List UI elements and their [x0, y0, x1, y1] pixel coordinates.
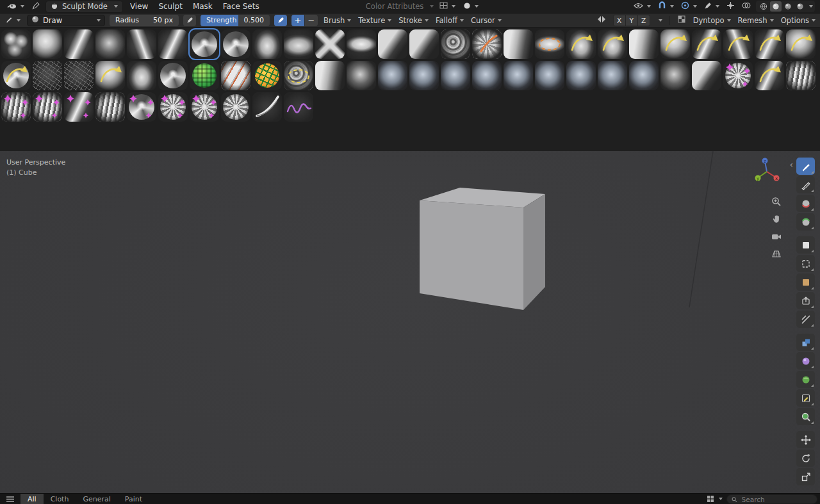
- rotate-tool[interactable]: [796, 450, 815, 467]
- brush-thumbnail[interactable]: [284, 61, 313, 90]
- brush-thumbnail[interactable]: [127, 92, 156, 122]
- brush-thumbnail[interactable]: [127, 29, 156, 59]
- brush-thumbnail[interactable]: [95, 92, 125, 122]
- snapping-button[interactable]: [656, 1, 676, 12]
- selectability-button[interactable]: [632, 1, 653, 12]
- viewport-3d[interactable]: User Perspective (1) Cube z y x ‹: [0, 151, 820, 493]
- brush-thumbnail[interactable]: [64, 29, 94, 59]
- face-set-sphere-tool[interactable]: [796, 213, 815, 231]
- shading-wireframe-button[interactable]: [758, 1, 769, 12]
- brush-thumbnail[interactable]: [409, 61, 439, 90]
- strength-slider[interactable]: Strength 0.500: [201, 15, 270, 26]
- brush-type-dropdown[interactable]: Draw: [27, 15, 105, 26]
- secondary-brush-tool[interactable]: [796, 176, 815, 193]
- brush-thumbnail[interactable]: [723, 61, 753, 90]
- catalog-tab-cloth[interactable]: Cloth: [44, 494, 76, 504]
- line-project-tool[interactable]: [796, 311, 815, 328]
- brush-thumbnail[interactable]: [95, 61, 125, 90]
- mask-edit-tool[interactable]: [796, 389, 815, 407]
- falloff-panel-dropdown[interactable]: Falloff: [436, 16, 464, 25]
- remesh-dropdown[interactable]: Remesh: [738, 16, 774, 25]
- falloff-shape-button[interactable]: [676, 15, 687, 26]
- brush-thumbnail[interactable]: [566, 61, 596, 90]
- camera-view-button[interactable]: [771, 231, 782, 242]
- brush-thumbnail[interactable]: [755, 29, 784, 59]
- brush-thumbnail[interactable]: [315, 61, 345, 90]
- brush-thumbnail[interactable]: [378, 29, 407, 59]
- box-face-set-tool[interactable]: [796, 273, 815, 291]
- show-gizmo-button[interactable]: [725, 1, 737, 12]
- mask-sphere-tool[interactable]: [796, 195, 815, 212]
- brush-thumbnail[interactable]: [347, 61, 376, 90]
- brush-thumbnail[interactable]: [158, 92, 188, 122]
- brush-thumbnail[interactable]: [786, 29, 816, 59]
- cloth-filter-tool[interactable]: [796, 352, 815, 370]
- stroke-panel-dropdown[interactable]: Stroke: [398, 16, 429, 25]
- brush-thumbnail[interactable]: [472, 61, 502, 90]
- mesh-filter-tool[interactable]: [796, 334, 815, 351]
- symmetry-z-button[interactable]: Z: [637, 15, 650, 26]
- brush-thumbnail[interactable]: [598, 61, 627, 90]
- brush-thumbnail[interactable]: [95, 29, 125, 59]
- radius-pressure-button[interactable]: [183, 15, 196, 26]
- brush-thumbnail[interactable]: [284, 92, 313, 122]
- display-mode-button[interactable]: [703, 494, 726, 504]
- brush-thumbnail[interactable]: [64, 92, 94, 122]
- brush-thumbnail[interactable]: [221, 92, 250, 122]
- annotate-pen-button[interactable]: [702, 1, 721, 12]
- brush-thumbnail[interactable]: [660, 29, 690, 59]
- brush-thumbnail[interactable]: [504, 61, 533, 90]
- brush-thumbnail[interactable]: [723, 29, 753, 59]
- brush-thumbnail[interactable]: [535, 29, 564, 59]
- brush-thumbnail[interactable]: [1, 92, 31, 122]
- brush-thumbnail[interactable]: [598, 29, 627, 59]
- brush-thumbnail[interactable]: [1, 29, 31, 59]
- brush-thumbnail[interactable]: [284, 29, 313, 59]
- asset-shelf-menu-button[interactable]: [0, 494, 20, 504]
- brush-thumbnail[interactable]: [441, 61, 470, 90]
- box-hide-tool[interactable]: [796, 236, 815, 254]
- menu-sculpt[interactable]: Sculpt: [155, 2, 185, 11]
- brush-thumbnail[interactable]: [629, 29, 659, 59]
- pan-button[interactable]: [771, 213, 782, 225]
- navigation-gizmo[interactable]: z y x: [752, 156, 782, 186]
- color-filter-tool[interactable]: [796, 371, 815, 388]
- direction-subtract-button[interactable]: −: [305, 15, 318, 26]
- symmetry-dropdown-chevron[interactable]: [659, 19, 662, 22]
- mode-selector[interactable]: Sculpt Mode: [45, 1, 123, 13]
- brush-thumbnail[interactable]: [786, 61, 816, 90]
- brush-panel-dropdown[interactable]: Brush: [324, 16, 351, 25]
- brush-thumbnail[interactable]: [127, 61, 156, 90]
- brush-thumbnail[interactable]: [692, 61, 721, 90]
- zoom-button[interactable]: [771, 196, 782, 207]
- direction-add-button[interactable]: +: [291, 15, 304, 26]
- brush-thumbnail[interactable]: [221, 61, 250, 90]
- menu-mask[interactable]: Mask: [190, 2, 216, 11]
- menu-view[interactable]: View: [127, 2, 151, 11]
- brush-thumbnail[interactable]: [252, 29, 282, 59]
- brush-thumbnail[interactable]: [33, 92, 62, 122]
- brush-thumbnail[interactable]: [535, 61, 564, 90]
- symmetry-y-button[interactable]: Y: [625, 15, 638, 26]
- brush-thumbnail[interactable]: [409, 29, 439, 59]
- shading-rendered-button[interactable]: [794, 1, 806, 12]
- options-dropdown[interactable]: Options: [781, 16, 816, 25]
- texture-panel-dropdown[interactable]: Texture: [358, 16, 391, 25]
- brush-thumbnail[interactable]: [441, 29, 470, 59]
- editor-type-button[interactable]: [30, 1, 42, 12]
- proportional-editing-button[interactable]: [679, 1, 699, 12]
- asset-search-field[interactable]: [726, 494, 817, 504]
- brush-thumbnail[interactable]: [33, 61, 62, 90]
- magnify-filter-tool[interactable]: [796, 408, 815, 425]
- symmetry-x-button[interactable]: X: [613, 15, 626, 26]
- brush-thumbnail[interactable]: [629, 61, 659, 90]
- transform-scale-tool[interactable]: [796, 468, 815, 485]
- strength-pressure-button[interactable]: [274, 15, 287, 26]
- brush-thumbnail[interactable]: [566, 29, 596, 59]
- brush-thumbnail[interactable]: [378, 61, 407, 90]
- move-tool[interactable]: [796, 431, 815, 448]
- brush-thumbnail[interactable]: [158, 61, 188, 90]
- color-swatch-button[interactable]: [461, 1, 480, 12]
- box-trim-tool[interactable]: [796, 292, 815, 309]
- brush-thumbnail[interactable]: [190, 61, 219, 90]
